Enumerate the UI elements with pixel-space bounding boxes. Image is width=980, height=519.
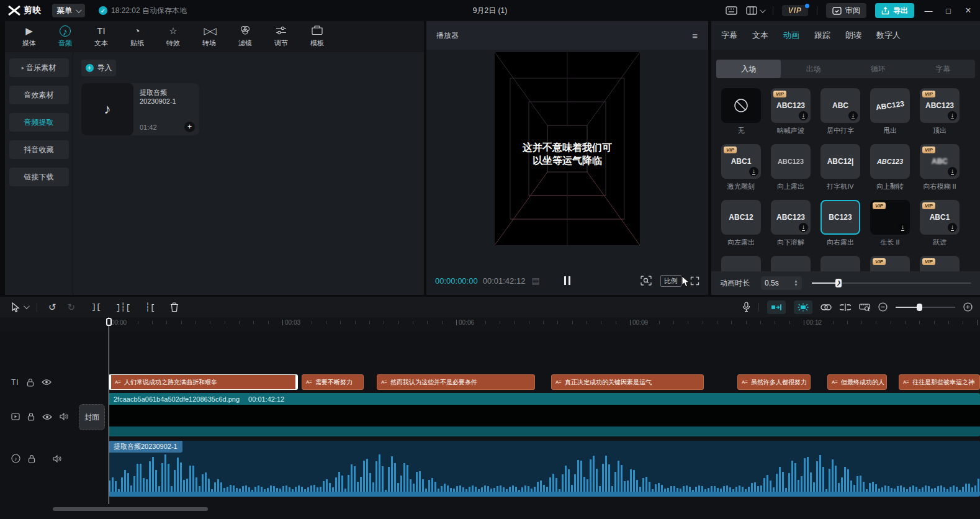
animation-tile-hidden[interactable] [771,256,811,271]
cover-button[interactable]: 封面 [79,404,105,430]
text-segment-3[interactable]: A≡然而我认为这些并不是必要条件 [377,374,535,390]
delete-right-button[interactable]: ┆[ [145,302,155,312]
import-button[interactable]: + 导入 [81,60,116,76]
settings-tab-6[interactable]: 数字人 [876,30,901,41]
text-segment-6[interactable]: A≡但最终成功的人 [827,374,887,390]
timeline-ruler[interactable]: 00:0000:0300:0600:0900:1200:15 [0,317,980,331]
animation-tile-甩出[interactable]: ABC123 [870,88,910,123]
media-tab-sticker[interactable]: ◔贴纸 [119,21,155,52]
animation-tile-顶出[interactable]: ABC123VIP↓ [920,88,960,123]
export-button[interactable]: 导出 [875,3,914,18]
settings-tab-2[interactable]: 文本 [752,30,768,41]
animation-subtab-3[interactable]: 循环 [846,60,910,78]
vip-badge[interactable]: VIP [782,5,808,16]
settings-tab-4[interactable]: 跟踪 [814,30,830,41]
animation-tile-打字机IV[interactable]: ABC12| [820,144,860,179]
media-tab-adjust[interactable]: 调节 [263,21,299,52]
animation-tile-呐喊声波[interactable]: ABC123VIP↓ [771,88,811,123]
fullscreen-icon[interactable] [690,276,699,286]
settings-tab-5[interactable]: 朗读 [845,30,861,41]
select-tool-button[interactable] [11,302,28,312]
sidebar-item-2[interactable]: 音效素材 [9,86,69,104]
animation-subtab-4[interactable]: 字幕 [910,60,975,78]
animation-tile-hidden[interactable]: VIP [870,256,910,271]
layout-mode-icon[interactable] [746,6,764,15]
eye-icon[interactable] [42,413,52,420]
sidebar-item-4[interactable]: 抖音收藏 [9,140,69,159]
audio-track-clip[interactable]: 提取音频20230902-1 [109,441,980,497]
animation-tile-激光雕刻[interactable]: ABC1VIP↓ [721,144,761,179]
playhead-line[interactable] [109,317,109,504]
animation-subtab-2[interactable]: 出场 [781,60,845,78]
maximize-button[interactable]: □ [943,6,954,16]
duration-slider[interactable]: ❯ [812,279,971,287]
animation-tile-向左露出[interactable]: ABC12 [721,200,761,235]
animation-tile-向下溶解[interactable]: ABC123↓ [771,200,811,235]
mute-icon[interactable] [60,413,68,420]
minimize-button[interactable]: — [923,6,934,16]
animation-tile-hidden[interactable] [721,256,761,271]
record-voiceover-icon[interactable] [742,302,750,312]
lock-icon[interactable] [28,454,35,463]
animation-tile-跃进[interactable]: ABC1VIP↓ [920,200,960,235]
text-segment-2[interactable]: A≡需要不断努力 [302,374,364,390]
text-segment-1[interactable]: A≡人们常说成功之路充满曲折和艰辛 [109,374,298,390]
duration-stepper[interactable]: ▲▼ [794,279,798,287]
media-tab-transition[interactable]: ▷◁转场 [191,21,227,52]
sidebar-item-3[interactable]: 音频提取 [9,113,69,132]
unlink-split-icon[interactable] [840,304,851,311]
duration-slider-handle[interactable]: ❯ [835,279,842,287]
text-segment-5[interactable]: A≡虽然许多人都很努力 [737,374,811,390]
pause-button[interactable] [564,276,570,285]
mute-icon[interactable] [53,455,61,463]
auto-preview-toggle[interactable] [794,300,812,314]
animation-tile-向上翻转[interactable]: ABC123 [870,144,910,179]
video-track-clip[interactable]: 2fcaacb5a061b4a502dfe1208635c6d.png 00:0… [109,393,980,436]
animation-tile-向右模糊 II[interactable]: ABCVIP↓ [920,144,960,179]
delete-button[interactable] [170,302,179,312]
step-down-icon[interactable]: ▼ [794,283,798,287]
animation-subtab-1[interactable]: 入场 [716,60,781,78]
media-tab-text[interactable]: TI文本 [83,21,119,52]
animation-tile-hidden[interactable]: VIP [920,256,960,271]
media-tab-media[interactable]: ▶媒体 [11,21,47,52]
animation-tile-向右露出[interactable]: BC123 [820,200,860,235]
menu-button[interactable]: 菜单 [52,4,85,17]
sidebar-item-1[interactable]: ▸音乐素材 [9,58,69,77]
animation-tile-无[interactable] [721,88,761,123]
delete-left-button[interactable]: ]┆[ [116,302,130,312]
settings-tab-1[interactable]: 字幕 [721,30,737,41]
link-clips-icon[interactable] [820,304,832,310]
animation-tile-向上露出[interactable]: ABC123 [771,144,811,179]
media-tab-audio[interactable]: ♪音频 [47,21,83,52]
text-segment-4[interactable]: A≡真正决定成功的关键因素是运气 [551,374,704,390]
video-preview[interactable]: 这并不意味着我们可 以坐等运气降临 [495,52,640,245]
media-tab-effects[interactable]: ☆特效 [155,21,191,52]
review-button[interactable]: 审阅 [826,3,866,18]
zoom-slider-handle[interactable] [917,304,922,311]
playhead-handle[interactable] [106,318,112,326]
audio-asset-card[interactable]: ♪ 提取音频 20230902-1 01:42 + [81,83,199,135]
duration-value-field[interactable]: 0.5s ▲▼ [761,276,802,290]
animation-tile-生长 II[interactable]: VIP↓ [870,200,910,235]
timeline-zoom-slider[interactable] [896,304,955,311]
undo-button[interactable]: ↺ [48,302,56,313]
magnetic-snap-toggle[interactable] [767,300,786,314]
timecode-list-icon[interactable]: ▤ [531,276,539,286]
close-button[interactable]: × [963,5,974,16]
zoom-out-icon[interactable] [878,302,888,312]
sidebar-item-5[interactable]: 链接下载 [9,168,69,186]
animation-tile-居中打字[interactable]: ABC↓ [820,88,860,123]
preview-quality-icon[interactable] [641,276,652,286]
redo-button[interactable]: ↻ [68,302,76,313]
animation-tile-hidden[interactable] [820,256,860,271]
split-button[interactable]: ][ [91,302,101,312]
preview-axis-icon[interactable] [859,303,870,312]
lock-icon[interactable] [27,412,35,421]
shortcut-keys-icon[interactable] [726,6,737,15]
player-menu-icon[interactable]: ≡ [692,30,698,41]
settings-tab-3[interactable]: 动画 [783,30,799,41]
zoom-in-icon[interactable] [963,302,973,312]
add-to-timeline-button[interactable]: + [184,122,195,132]
horizontal-scrollbar[interactable] [53,507,208,511]
